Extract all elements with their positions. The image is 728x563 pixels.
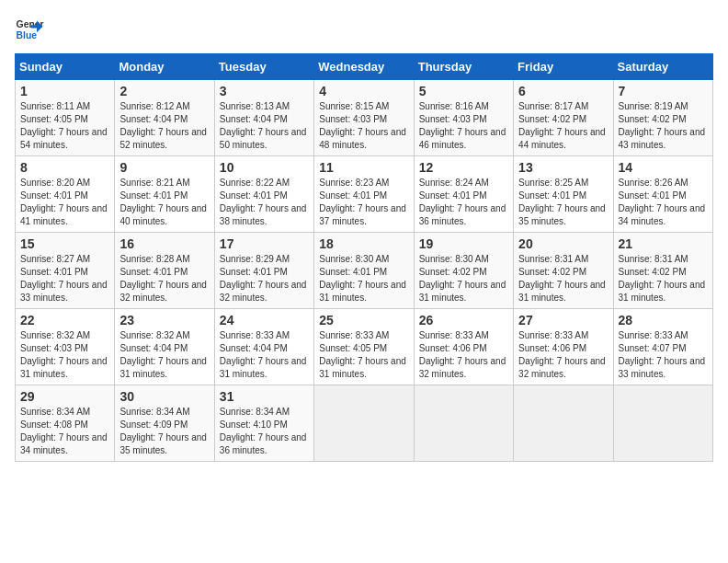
calendar-week-1: 1 Sunrise: 8:11 AMSunset: 4:05 PMDayligh… (16, 80, 713, 156)
day-number: 2 (119, 84, 209, 98)
day-info: Sunrise: 8:34 AMSunset: 4:10 PMDaylight:… (220, 407, 307, 455)
day-number: 12 (419, 160, 508, 175)
weekday-header-friday: Friday (514, 54, 613, 80)
svg-text:Blue: Blue (17, 30, 38, 40)
calendar-cell: 23 Sunrise: 8:32 AMSunset: 4:04 PMDaylig… (115, 309, 214, 385)
day-info: Sunrise: 8:22 AMSunset: 4:01 PMDaylight:… (220, 178, 307, 226)
day-number: 29 (20, 389, 109, 404)
day-info: Sunrise: 8:33 AMSunset: 4:06 PMDaylight:… (518, 330, 606, 379)
day-info: Sunrise: 8:28 AMSunset: 4:01 PMDaylight:… (119, 254, 207, 303)
day-number: 16 (119, 236, 209, 251)
day-info: Sunrise: 8:16 AMSunset: 4:03 PMDaylight:… (419, 101, 506, 150)
day-number: 27 (518, 313, 608, 327)
calendar-cell: 9 Sunrise: 8:21 AMSunset: 4:01 PMDayligh… (115, 156, 214, 233)
day-number: 24 (220, 313, 309, 327)
day-info: Sunrise: 8:31 AMSunset: 4:02 PMDaylight:… (619, 254, 706, 303)
day-info: Sunrise: 8:20 AMSunset: 4:01 PMDaylight:… (20, 178, 108, 226)
calendar-cell (514, 385, 613, 462)
day-info: Sunrise: 8:19 AMSunset: 4:02 PMDaylight:… (619, 101, 706, 150)
day-number: 28 (619, 313, 708, 327)
day-info: Sunrise: 8:31 AMSunset: 4:02 PMDaylight:… (518, 254, 606, 303)
calendar-table: SundayMondayTuesdayWednesdayThursdayFrid… (15, 53, 713, 462)
calendar-week-5: 29 Sunrise: 8:34 AMSunset: 4:08 PMDaylig… (16, 385, 713, 462)
day-number: 20 (518, 236, 608, 251)
calendar-cell: 13 Sunrise: 8:25 AMSunset: 4:01 PMDaylig… (514, 156, 613, 233)
calendar-cell: 20 Sunrise: 8:31 AMSunset: 4:02 PMDaylig… (514, 233, 613, 309)
day-info: Sunrise: 8:30 AMSunset: 4:02 PMDaylight:… (419, 254, 506, 303)
calendar-cell: 18 Sunrise: 8:30 AMSunset: 4:01 PMDaylig… (314, 233, 414, 309)
logo: General Blue (15, 15, 44, 44)
day-info: Sunrise: 8:13 AMSunset: 4:04 PMDaylight:… (220, 101, 307, 150)
day-info: Sunrise: 8:33 AMSunset: 4:07 PMDaylight:… (619, 330, 706, 379)
calendar-cell: 22 Sunrise: 8:32 AMSunset: 4:03 PMDaylig… (16, 309, 115, 385)
calendar-cell: 19 Sunrise: 8:30 AMSunset: 4:02 PMDaylig… (414, 233, 513, 309)
day-info: Sunrise: 8:32 AMSunset: 4:04 PMDaylight:… (119, 330, 207, 379)
day-info: Sunrise: 8:34 AMSunset: 4:08 PMDaylight:… (20, 407, 108, 455)
calendar-cell: 1 Sunrise: 8:11 AMSunset: 4:05 PMDayligh… (16, 80, 115, 156)
calendar-cell: 29 Sunrise: 8:34 AMSunset: 4:08 PMDaylig… (16, 385, 115, 462)
day-number: 26 (419, 313, 508, 327)
calendar-cell: 4 Sunrise: 8:15 AMSunset: 4:03 PMDayligh… (314, 80, 414, 156)
calendar-cell: 12 Sunrise: 8:24 AMSunset: 4:01 PMDaylig… (414, 156, 513, 233)
calendar-cell: 21 Sunrise: 8:31 AMSunset: 4:02 PMDaylig… (613, 233, 712, 309)
calendar-cell: 10 Sunrise: 8:22 AMSunset: 4:01 PMDaylig… (214, 156, 313, 233)
day-info: Sunrise: 8:30 AMSunset: 4:01 PMDaylight:… (319, 254, 406, 303)
day-number: 30 (119, 389, 209, 404)
day-number: 15 (20, 236, 109, 251)
weekday-header-monday: Monday (115, 54, 214, 80)
day-info: Sunrise: 8:24 AMSunset: 4:01 PMDaylight:… (419, 178, 506, 226)
day-number: 8 (20, 160, 109, 175)
day-number: 4 (319, 84, 408, 98)
day-info: Sunrise: 8:33 AMSunset: 4:05 PMDaylight:… (319, 330, 406, 379)
day-number: 21 (619, 236, 708, 251)
day-info: Sunrise: 8:17 AMSunset: 4:02 PMDaylight:… (518, 101, 606, 150)
day-number: 25 (319, 313, 408, 327)
calendar-cell: 7 Sunrise: 8:19 AMSunset: 4:02 PMDayligh… (613, 80, 712, 156)
day-number: 19 (419, 236, 508, 251)
day-info: Sunrise: 8:21 AMSunset: 4:01 PMDaylight:… (119, 178, 207, 226)
weekday-header-thursday: Thursday (414, 54, 513, 80)
day-info: Sunrise: 8:33 AMSunset: 4:04 PMDaylight:… (220, 330, 307, 379)
day-number: 18 (319, 236, 408, 251)
day-info: Sunrise: 8:25 AMSunset: 4:01 PMDaylight:… (518, 178, 606, 226)
calendar-cell: 14 Sunrise: 8:26 AMSunset: 4:01 PMDaylig… (613, 156, 712, 233)
calendar-week-4: 22 Sunrise: 8:32 AMSunset: 4:03 PMDaylig… (16, 309, 713, 385)
day-info: Sunrise: 8:33 AMSunset: 4:06 PMDaylight:… (419, 330, 506, 379)
day-number: 5 (419, 84, 508, 98)
day-number: 17 (220, 236, 309, 251)
weekday-header-saturday: Saturday (613, 54, 712, 80)
calendar-cell: 30 Sunrise: 8:34 AMSunset: 4:09 PMDaylig… (115, 385, 214, 462)
calendar-cell (414, 385, 513, 462)
logo-icon: General Blue (15, 15, 44, 44)
day-info: Sunrise: 8:29 AMSunset: 4:01 PMDaylight:… (220, 254, 307, 303)
calendar-cell: 5 Sunrise: 8:16 AMSunset: 4:03 PMDayligh… (414, 80, 513, 156)
calendar-cell: 24 Sunrise: 8:33 AMSunset: 4:04 PMDaylig… (214, 309, 313, 385)
weekday-header-sunday: Sunday (16, 54, 115, 80)
calendar-cell (613, 385, 712, 462)
day-info: Sunrise: 8:34 AMSunset: 4:09 PMDaylight:… (119, 407, 207, 455)
day-number: 1 (20, 84, 109, 98)
weekday-header-wednesday: Wednesday (314, 54, 414, 80)
day-info: Sunrise: 8:32 AMSunset: 4:03 PMDaylight:… (20, 330, 108, 379)
day-number: 23 (119, 313, 209, 327)
day-number: 6 (518, 84, 608, 98)
day-info: Sunrise: 8:27 AMSunset: 4:01 PMDaylight:… (20, 254, 108, 303)
day-number: 14 (619, 160, 708, 175)
day-number: 9 (119, 160, 209, 175)
calendar-cell: 26 Sunrise: 8:33 AMSunset: 4:06 PMDaylig… (414, 309, 513, 385)
day-number: 7 (619, 84, 708, 98)
day-info: Sunrise: 8:12 AMSunset: 4:04 PMDaylight:… (119, 101, 207, 150)
day-number: 31 (220, 389, 309, 404)
calendar-cell: 27 Sunrise: 8:33 AMSunset: 4:06 PMDaylig… (514, 309, 613, 385)
calendar-cell: 31 Sunrise: 8:34 AMSunset: 4:10 PMDaylig… (214, 385, 313, 462)
day-number: 3 (220, 84, 309, 98)
day-number: 13 (518, 160, 608, 175)
day-info: Sunrise: 8:23 AMSunset: 4:01 PMDaylight:… (319, 178, 406, 226)
calendar-cell: 28 Sunrise: 8:33 AMSunset: 4:07 PMDaylig… (613, 309, 712, 385)
calendar-cell: 15 Sunrise: 8:27 AMSunset: 4:01 PMDaylig… (16, 233, 115, 309)
weekday-header-row: SundayMondayTuesdayWednesdayThursdayFrid… (16, 54, 713, 80)
calendar-week-2: 8 Sunrise: 8:20 AMSunset: 4:01 PMDayligh… (16, 156, 713, 233)
calendar-cell: 17 Sunrise: 8:29 AMSunset: 4:01 PMDaylig… (214, 233, 313, 309)
day-number: 22 (20, 313, 109, 327)
header: General Blue (15, 15, 713, 44)
